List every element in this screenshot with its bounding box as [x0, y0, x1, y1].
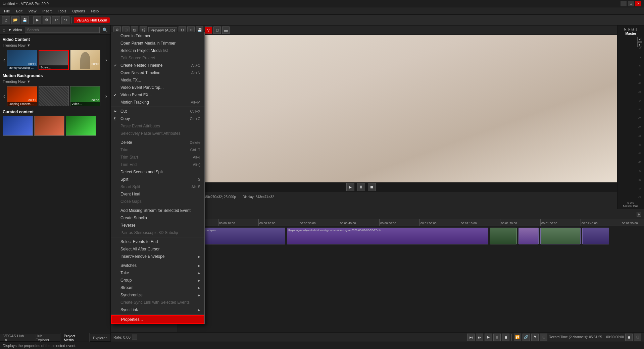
btn-snap[interactable]: 🔗 — [523, 334, 530, 341]
tab-hub-explorer[interactable]: Hub Explorer — [32, 333, 60, 342]
btn-marker[interactable]: ⚑ — [531, 334, 539, 341]
ctx-delete[interactable]: Delete Delete — [111, 139, 204, 146]
btn-stop[interactable]: ⏹ — [502, 334, 509, 341]
video-dropdown[interactable]: ▼ Video — [8, 28, 22, 32]
home-icon[interactable]: ⌂ — [3, 27, 5, 33]
clip-5[interactable] — [540, 228, 581, 244]
rate-toggle[interactable] — [132, 335, 137, 340]
thumb-screen[interactable]: Scree... — [39, 50, 69, 70]
vegas-hub-button[interactable]: VEGAS Hub Login — [74, 17, 110, 23]
ctx-open-nested[interactable]: Open Nested Timeline Alt+N — [111, 69, 204, 76]
next-arrow-2[interactable]: › — [105, 93, 108, 100]
search-icon[interactable]: 🔍 — [102, 27, 108, 33]
ctx-sep-3 — [111, 206, 204, 206]
thumb-curated-green[interactable] — [66, 116, 96, 136]
thumb-silhouette[interactable]: 00:10 — [70, 50, 100, 70]
thumb-money-counting[interactable]: Money counting mac... 00:11 — [7, 50, 37, 70]
ctx-take[interactable]: Take ▶ — [111, 269, 204, 277]
thumb-curated-blue[interactable] — [3, 116, 33, 136]
menu-tools[interactable]: Tools — [55, 8, 69, 14]
record-btn[interactable]: ⏺ — [625, 334, 633, 341]
ctx-insert-remove-env[interactable]: Insert/Remove Envelope ▶ — [111, 253, 204, 260]
menu-insert[interactable]: Insert — [40, 8, 54, 14]
open-button[interactable]: 📂 — [11, 16, 19, 24]
clip-4[interactable] — [518, 228, 539, 244]
menu-help[interactable]: Help — [88, 8, 101, 14]
ruler-mark-120: 00:01:20:00 — [500, 219, 517, 226]
ctx-add-missing-stream[interactable]: Add Missing Stream for Selected Event — [111, 207, 204, 214]
minimize-button[interactable]: – — [621, 1, 627, 6]
tab-explorer[interactable]: Explorer — [90, 335, 110, 341]
btn-1[interactable]: ⏮ — [467, 334, 475, 341]
next-arrow-1[interactable]: › — [105, 56, 108, 64]
preview-v-btn[interactable]: V — [205, 26, 212, 34]
ctx-detect-scenes[interactable]: Detect Scenes and Split — [111, 168, 204, 176]
ctx-motion-tracking[interactable]: Motion Tracking Alt+M — [111, 99, 204, 106]
thumb-embers[interactable]: Looping Embers 1080p 00:11 — [7, 86, 37, 106]
render-button[interactable]: ▶ — [33, 16, 41, 24]
search-input[interactable] — [25, 27, 100, 33]
redo-button[interactable]: ↪ — [61, 16, 69, 24]
settings-btn[interactable]: ⚙ — [43, 16, 51, 24]
menu-file[interactable]: File — [1, 8, 13, 14]
ctx-open-trimmer[interactable]: Open in Trimmer — [111, 32, 204, 40]
preview-stop-btn[interactable]: ⏹ — [368, 183, 376, 191]
ctx-sync-link[interactable]: Sync Link ▶ — [111, 306, 204, 313]
master-s-btn[interactable]: S — [635, 28, 637, 31]
ctx-video-event-fx[interactable]: ✓ Video Event FX... — [111, 91, 204, 99]
tab-project-media[interactable]: Project Media — [60, 333, 90, 342]
preview-pause-btn[interactable]: ⏸ — [357, 183, 365, 191]
clip-wedding-couple[interactable]: lily-young-newlyweds-bride-and-groom-emb… — [287, 228, 488, 244]
save-button[interactable]: 💾 — [21, 16, 29, 24]
ctx-cut[interactable]: ✂ Cut Ctrl+X — [111, 108, 204, 115]
ctx-switches[interactable]: Switches ▶ — [111, 262, 204, 269]
final-btn[interactable]: ⊟ — [634, 334, 641, 341]
ctx-create-nested[interactable]: ✓ Create Nested Timeline Alt+C — [111, 62, 204, 69]
ctx-open-parent[interactable]: Open Parent Media in Trimmer — [111, 40, 204, 47]
preview-opt2-btn[interactable]: ▬ — [222, 26, 230, 34]
master-fx-label[interactable]: fx — [624, 28, 627, 31]
menu-view[interactable]: View — [26, 8, 39, 14]
thumb-curated-orange[interactable] — [34, 116, 64, 136]
ctx-stream[interactable]: Stream ▶ — [111, 284, 204, 291]
ctx-select-all-after[interactable]: Select All After Cursor — [111, 245, 204, 253]
undo-button[interactable]: ↩ — [52, 16, 60, 24]
btn-region[interactable]: ⊞ — [540, 334, 547, 341]
clip-6[interactable] — [582, 228, 609, 244]
thumb-video2[interactable]: Video... 00:58 — [70, 86, 100, 106]
preview-more[interactable]: ··· — [379, 185, 382, 189]
ctx-select-events-end[interactable]: Select Events to End — [111, 238, 204, 245]
btn-loop[interactable]: 🔁 — [514, 334, 521, 341]
prev-arrow-1[interactable]: ‹ — [3, 56, 6, 64]
ctx-create-subclip[interactable]: Create Subclip — [111, 214, 204, 222]
video-content-title: Video Content — [3, 37, 108, 42]
ctx-group[interactable]: Group ▶ — [111, 277, 204, 284]
ctx-split[interactable]: Split S — [111, 176, 204, 183]
close-button[interactable]: ✕ — [635, 1, 641, 6]
tab-vegas-hub[interactable]: VEGAS Hub ✕ — [0, 333, 32, 342]
ctx-copy[interactable]: ⎘ Copy Ctrl+C — [111, 115, 204, 122]
preview-play-btn[interactable]: ▶ — [346, 183, 354, 191]
maximize-button[interactable]: □ — [628, 1, 634, 6]
ctx-reverse[interactable]: Reverse — [111, 222, 204, 229]
preview-opt1-btn[interactable]: ◻ — [213, 26, 221, 34]
timeline-expand-btn[interactable]: ▶ — [637, 212, 641, 217]
ctx-pan-crop[interactable]: Video Event Pan/Crop... — [111, 84, 204, 91]
prev-arrow-2[interactable]: ‹ — [3, 93, 6, 100]
btn-2[interactable]: ⏭ — [476, 334, 483, 341]
menu-edit[interactable]: Edit — [13, 8, 25, 14]
master-m-btn[interactable]: M — [631, 28, 634, 31]
btn-play[interactable]: ▶ — [485, 334, 492, 341]
ctx-event-heal[interactable]: Event Heal — [111, 190, 204, 198]
thumb-pattern[interactable] — [39, 86, 69, 106]
tab-vegas-hub-close[interactable]: ✕ — [5, 338, 7, 342]
new-button[interactable]: 🗋 — [2, 16, 10, 24]
ctx-media-fx[interactable]: Media FX... — [111, 76, 204, 84]
ctx-select-project-media[interactable]: Select in Project Media list — [111, 47, 204, 54]
menu-options[interactable]: Options — [70, 8, 88, 14]
ctx-open-trimmer-label: Open in Trimmer — [120, 34, 150, 38]
clip-3[interactable] — [490, 228, 517, 244]
ctx-properties[interactable]: Properties... — [111, 315, 204, 324]
btn-pause[interactable]: ⏸ — [493, 334, 501, 341]
ctx-synchronize[interactable]: Synchronize ▶ — [111, 291, 204, 299]
